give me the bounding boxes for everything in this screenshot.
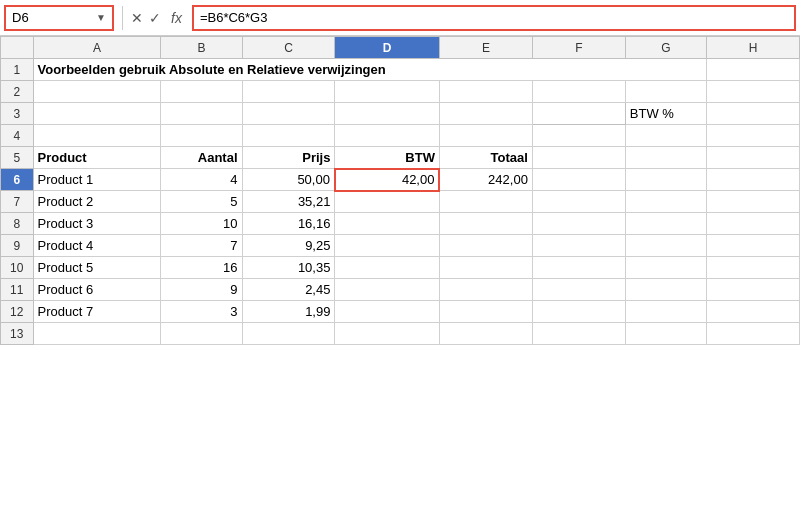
col-header-e[interactable]: E [439, 37, 532, 59]
cell-f12[interactable] [532, 301, 625, 323]
cell-g9[interactable] [625, 235, 706, 257]
cell-g8[interactable] [625, 213, 706, 235]
cell-h1[interactable] [707, 59, 800, 81]
name-box-arrow-icon[interactable]: ▼ [96, 12, 106, 23]
cell-a4[interactable] [33, 125, 161, 147]
cell-a7[interactable]: Product 2 [33, 191, 161, 213]
cell-e7[interactable] [439, 191, 532, 213]
cell-f13[interactable] [532, 323, 625, 345]
cell-b11[interactable]: 9 [161, 279, 242, 301]
cell-e9[interactable] [439, 235, 532, 257]
cell-e12[interactable] [439, 301, 532, 323]
col-header-c[interactable]: C [242, 37, 335, 59]
cell-b13[interactable] [161, 323, 242, 345]
cell-h2[interactable] [707, 81, 800, 103]
cell-c9[interactable]: 9,25 [242, 235, 335, 257]
cell-d2[interactable] [335, 81, 440, 103]
cell-a1[interactable]: Voorbeelden gebruik Absolute en Relatiev… [33, 59, 707, 81]
cell-e13[interactable] [439, 323, 532, 345]
cell-b4[interactable] [161, 125, 242, 147]
cell-f9[interactable] [532, 235, 625, 257]
cell-h11[interactable] [707, 279, 800, 301]
cell-a3[interactable] [33, 103, 161, 125]
cell-c6[interactable]: 50,00 [242, 169, 335, 191]
name-box[interactable]: D6 ▼ [4, 5, 114, 31]
cell-d12[interactable] [335, 301, 440, 323]
cell-c13[interactable] [242, 323, 335, 345]
col-header-b[interactable]: B [161, 37, 242, 59]
cell-d10[interactable] [335, 257, 440, 279]
cell-g4[interactable] [625, 125, 706, 147]
cell-b6[interactable]: 4 [161, 169, 242, 191]
cell-a10[interactable]: Product 5 [33, 257, 161, 279]
cell-f3[interactable] [532, 103, 625, 125]
cell-h4[interactable] [707, 125, 800, 147]
cell-b10[interactable]: 16 [161, 257, 242, 279]
cell-c12[interactable]: 1,99 [242, 301, 335, 323]
cell-h12[interactable] [707, 301, 800, 323]
cell-h8[interactable] [707, 213, 800, 235]
cell-d4[interactable] [335, 125, 440, 147]
cell-e6[interactable]: 242,00 [439, 169, 532, 191]
cell-h6[interactable] [707, 169, 800, 191]
cell-d3[interactable] [335, 103, 440, 125]
cell-e10[interactable] [439, 257, 532, 279]
cell-f11[interactable] [532, 279, 625, 301]
cell-g13[interactable] [625, 323, 706, 345]
cell-c10[interactable]: 10,35 [242, 257, 335, 279]
cell-a6[interactable]: Product 1 [33, 169, 161, 191]
cell-h10[interactable] [707, 257, 800, 279]
cell-b7[interactable]: 5 [161, 191, 242, 213]
cell-c8[interactable]: 16,16 [242, 213, 335, 235]
cell-g5[interactable] [625, 147, 706, 169]
cell-b5[interactable]: Aantal [161, 147, 242, 169]
cell-e5[interactable]: Totaal [439, 147, 532, 169]
cell-g3[interactable]: BTW % [625, 103, 706, 125]
cell-f10[interactable] [532, 257, 625, 279]
col-header-a[interactable]: A [33, 37, 161, 59]
cell-b8[interactable]: 10 [161, 213, 242, 235]
cell-c2[interactable] [242, 81, 335, 103]
cell-c4[interactable] [242, 125, 335, 147]
cell-b3[interactable] [161, 103, 242, 125]
cell-a8[interactable]: Product 3 [33, 213, 161, 235]
cell-a5[interactable]: Product [33, 147, 161, 169]
cell-g7[interactable] [625, 191, 706, 213]
cell-b9[interactable]: 7 [161, 235, 242, 257]
cell-e3[interactable] [439, 103, 532, 125]
cancel-icon[interactable]: ✕ [131, 10, 143, 26]
cell-e4[interactable] [439, 125, 532, 147]
confirm-icon[interactable]: ✓ [149, 10, 161, 26]
cell-g12[interactable] [625, 301, 706, 323]
cell-c11[interactable]: 2,45 [242, 279, 335, 301]
cell-g6[interactable] [625, 169, 706, 191]
cell-g2[interactable] [625, 81, 706, 103]
cell-f7[interactable] [532, 191, 625, 213]
cell-d6[interactable]: 42,00 [335, 169, 440, 191]
cell-b2[interactable] [161, 81, 242, 103]
cell-f5[interactable] [532, 147, 625, 169]
cell-a12[interactable]: Product 7 [33, 301, 161, 323]
cell-g11[interactable] [625, 279, 706, 301]
col-header-h[interactable]: H [707, 37, 800, 59]
cell-f2[interactable] [532, 81, 625, 103]
cell-h5[interactable] [707, 147, 800, 169]
cell-e8[interactable] [439, 213, 532, 235]
cell-c5[interactable]: Prijs [242, 147, 335, 169]
cell-h9[interactable] [707, 235, 800, 257]
col-header-d[interactable]: D [335, 37, 440, 59]
cell-h7[interactable] [707, 191, 800, 213]
cell-c7[interactable]: 35,21 [242, 191, 335, 213]
cell-d8[interactable] [335, 213, 440, 235]
cell-d11[interactable] [335, 279, 440, 301]
cell-f4[interactable] [532, 125, 625, 147]
col-header-g[interactable]: G [625, 37, 706, 59]
cell-f6[interactable] [532, 169, 625, 191]
cell-a11[interactable]: Product 6 [33, 279, 161, 301]
cell-b12[interactable]: 3 [161, 301, 242, 323]
col-header-f[interactable]: F [532, 37, 625, 59]
cell-d13[interactable] [335, 323, 440, 345]
cell-a13[interactable] [33, 323, 161, 345]
cell-a2[interactable] [33, 81, 161, 103]
cell-a9[interactable]: Product 4 [33, 235, 161, 257]
